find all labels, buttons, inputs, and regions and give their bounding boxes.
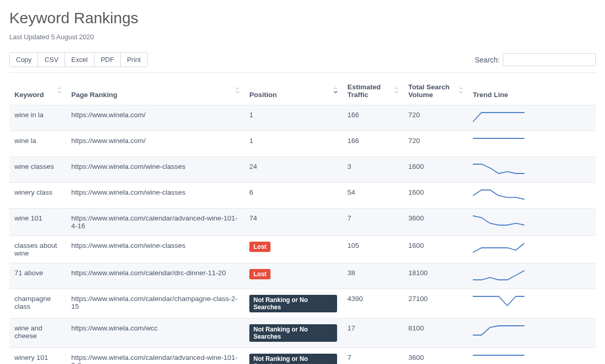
table-row: wine classeshttps://www.winela.com/wine-… <box>9 157 596 183</box>
header-page-label: Page Ranking <box>71 91 117 99</box>
cell-page-ranking: https://www.winela.com/wine-classes <box>66 183 244 209</box>
cell-total-search-volume: 27100 <box>403 289 468 319</box>
cell-position: Lost <box>244 263 342 289</box>
cell-keyword: wine in la <box>9 105 66 131</box>
not-ranking-badge: Not Ranking or No Searches <box>249 354 337 364</box>
cell-keyword: wine classes <box>9 157 66 183</box>
last-updated-text: Last Updated 5 August 2020 <box>9 33 596 41</box>
cell-position: Not Ranking or No Searches <box>244 319 342 348</box>
sparkline-chart <box>473 269 524 281</box>
cell-estimated-traffic: 7 <box>342 209 403 236</box>
header-estimated-traffic[interactable]: Estimated Traffic <box>342 73 403 105</box>
cell-estimated-traffic: 3 <box>342 157 403 183</box>
cell-position: 6 <box>244 183 342 209</box>
sparkline-chart <box>473 214 524 227</box>
pdf-button[interactable]: PDF <box>94 53 121 67</box>
cell-trend-line <box>468 131 596 157</box>
sparkline-chart <box>473 324 524 337</box>
cell-total-search-volume: 3600 <box>403 348 468 365</box>
cell-estimated-traffic: 54 <box>342 183 403 209</box>
sparkline-chart <box>473 354 524 364</box>
cell-trend-line <box>468 157 596 183</box>
table-row: wine in lahttps://www.winela.com/1166720 <box>9 105 596 131</box>
not-ranking-badge: Not Ranking or No Searches <box>249 295 337 312</box>
export-button-group: Copy CSV Excel PDF Print <box>9 52 148 67</box>
cell-total-search-volume: 8100 <box>403 319 468 348</box>
cell-position: 74 <box>244 209 342 236</box>
sparkline-chart <box>473 242 524 254</box>
table-row: 71 abovehttps://www.winela.com/calendar/… <box>9 263 596 289</box>
sparkline-chart <box>473 163 524 175</box>
cell-trend-line <box>468 289 596 319</box>
cell-keyword: 71 above <box>9 263 66 289</box>
cell-position: Not Ranking or No Searches <box>244 348 342 365</box>
cell-total-search-volume: 18100 <box>403 263 468 289</box>
cell-total-search-volume: 1600 <box>403 183 468 209</box>
cell-page-ranking: https://www.winela.com/wine-classes <box>66 157 244 183</box>
header-position[interactable]: Position <box>244 73 342 105</box>
keyword-table: Keyword Page Ranking Position Estimated … <box>9 72 596 364</box>
table-row: classes about winehttps://www.winela.com… <box>9 236 596 263</box>
cell-keyword: winery 101 <box>9 348 66 365</box>
cell-position: 24 <box>244 157 342 183</box>
sort-icon <box>458 87 464 94</box>
excel-button[interactable]: Excel <box>65 53 94 67</box>
header-position-label: Position <box>249 91 277 99</box>
cell-estimated-traffic: 17 <box>342 319 403 348</box>
cell-estimated-traffic: 7 <box>342 348 403 365</box>
lost-badge: Lost <box>249 242 270 252</box>
header-keyword[interactable]: Keyword <box>9 73 66 105</box>
not-ranking-badge: Not Ranking or No Searches <box>249 324 337 342</box>
header-keyword-label: Keyword <box>14 91 44 99</box>
cell-trend-line <box>468 236 596 263</box>
cell-keyword: wine la <box>9 131 66 157</box>
sparkline-chart <box>473 137 524 149</box>
cell-estimated-traffic: 105 <box>342 236 403 263</box>
cell-keyword: winery class <box>9 183 66 209</box>
csv-button[interactable]: CSV <box>38 53 65 67</box>
cell-page-ranking: https://www.winela.com/ <box>66 105 244 131</box>
cell-trend-line <box>468 209 596 236</box>
table-row: winery 101https://www.winela.com/calenda… <box>9 348 596 365</box>
cell-position: 1 <box>244 131 342 157</box>
page-title: Keyword Rankings <box>9 9 596 27</box>
header-traffic-label: Estimated Traffic <box>347 83 381 99</box>
cell-keyword: wine 101 <box>9 209 66 236</box>
cell-total-search-volume: 1600 <box>403 157 468 183</box>
cell-page-ranking: https://www.winela.com/calendar/champagn… <box>66 289 244 319</box>
sparkline-chart <box>473 188 524 201</box>
cell-page-ranking: https://www.winela.com/ <box>66 131 244 157</box>
cell-trend-line <box>468 183 596 209</box>
sort-icon <box>394 87 399 94</box>
table-row: wine and cheesehttps://www.winela.com/wc… <box>9 319 596 348</box>
cell-estimated-traffic: 38 <box>342 263 403 289</box>
cell-page-ranking: https://www.winela.com/wine-classes <box>66 236 244 263</box>
copy-button[interactable]: Copy <box>10 53 38 67</box>
cell-estimated-traffic: 4390 <box>342 289 403 319</box>
cell-estimated-traffic: 166 <box>342 131 403 157</box>
cell-page-ranking: https://www.winela.com/calendar/drc-dinn… <box>66 263 244 289</box>
cell-keyword: champagne class <box>9 289 66 319</box>
sparkline-chart <box>473 295 524 307</box>
search-input[interactable] <box>503 53 596 66</box>
print-button[interactable]: Print <box>121 53 147 67</box>
sparkline-chart <box>473 111 524 123</box>
sort-desc-icon <box>333 87 338 94</box>
lost-badge: Lost <box>249 269 270 279</box>
table-row: winery classhttps://www.winela.com/wine-… <box>9 183 596 209</box>
header-trend-label: Trend Line <box>473 91 508 99</box>
cell-total-search-volume: 720 <box>403 131 468 157</box>
cell-estimated-traffic: 166 <box>342 105 403 131</box>
header-total-search-volume[interactable]: Total Search Volume <box>403 73 468 105</box>
cell-trend-line <box>468 348 596 365</box>
cell-position: 1 <box>244 105 342 131</box>
header-volume-label: Total Search Volume <box>408 83 450 99</box>
sort-icon <box>57 87 62 94</box>
cell-trend-line <box>468 263 596 289</box>
cell-total-search-volume: 3600 <box>403 209 468 236</box>
cell-total-search-volume: 1600 <box>403 236 468 263</box>
sort-icon <box>235 87 240 94</box>
header-page-ranking[interactable]: Page Ranking <box>66 73 244 105</box>
cell-keyword: wine and cheese <box>9 319 66 348</box>
header-trend-line[interactable]: Trend Line <box>468 73 596 105</box>
